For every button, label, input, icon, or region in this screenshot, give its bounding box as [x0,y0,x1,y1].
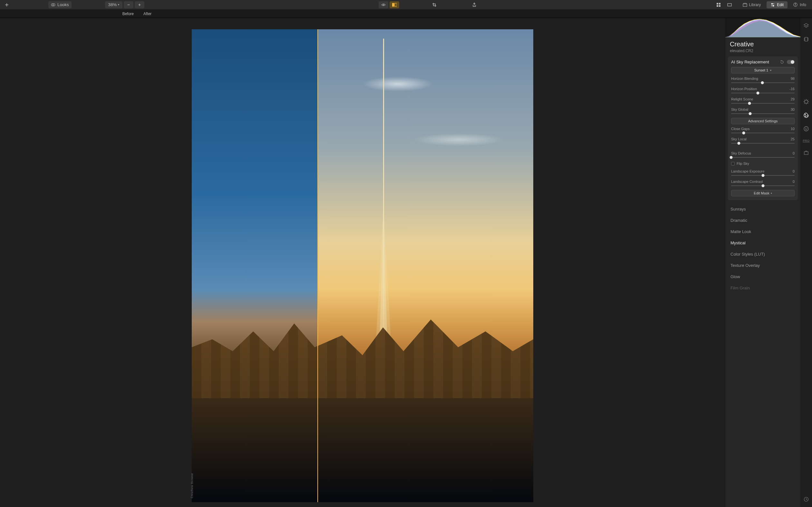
compare-toggle-button[interactable] [390,1,399,8]
zoom-level-button[interactable]: 38% ▾ [105,1,123,8]
filename: elevated.CR2 [725,49,800,56]
looks-button[interactable]: Looks [48,1,71,8]
edit-icon [770,3,775,7]
slider-label: Landscape Contrast [731,180,763,183]
slider-horizon-position: Horizon Position -16 [731,87,795,95]
sky-preset-dropdown[interactable]: Sunset 1 ▾ [731,67,795,73]
tab-edit[interactable]: Edit [767,1,788,8]
svg-point-40 [807,128,807,128]
slider-label: Sky Global [731,108,748,111]
edit-mask-label: Edit Mask [754,191,769,195]
zoom-label: 38% [108,2,117,7]
crop-button[interactable] [429,1,439,8]
svg-point-38 [804,126,808,131]
slider-label: Sky Local [731,137,747,141]
share-button[interactable] [469,1,479,8]
slider-landscape-exposure: Landscape Exposure 0 [731,169,795,177]
svg-point-36 [805,116,806,117]
slider-track[interactable] [731,184,795,187]
slider-landscape-contrast: Landscape Contrast 0 [731,180,795,187]
slider-track[interactable] [731,92,795,95]
tool-glow[interactable]: Glow [725,271,800,282]
svg-rect-8 [392,3,394,6]
canvas-icon[interactable] [803,36,809,43]
tool-matte-look[interactable]: Matte Look [725,226,800,237]
tool-toggle[interactable] [787,60,795,64]
slider-track[interactable] [731,102,795,105]
tab-info-label: Info [800,3,806,7]
grid-view-button[interactable] [714,1,723,8]
slider-value: 0 [793,180,795,183]
slider-sky-defocus: Sky Defocus 0 [731,151,795,159]
flip-sky-label: Flip Sky [737,162,749,165]
tool-header[interactable]: AI Sky Replacement [731,60,795,67]
slider-value: 0 [793,169,795,173]
add-button[interactable] [2,1,12,8]
grid-icon [716,3,721,7]
svg-point-37 [807,116,808,116]
edit-mask-button[interactable]: Edit Mask ▾ [731,190,795,196]
svg-rect-13 [719,5,720,7]
slider-value: 25 [791,137,795,141]
slider-track[interactable] [731,174,795,177]
tool-dramatic[interactable]: Dramatic [725,215,800,226]
compare-labels: Before After [0,10,812,18]
share-icon [472,3,476,7]
panel-scroll[interactable]: AI Sky Replacement Sunset 1 ▾ Hori [725,56,800,507]
tool-film-grain[interactable]: Film Grain [725,282,800,294]
svg-line-33 [804,103,805,103]
svg-point-18 [772,3,773,4]
plus-icon [4,3,9,7]
svg-rect-10 [717,3,718,4]
tab-info[interactable]: Info [790,1,810,8]
chevron-down-icon: ▾ [770,69,771,72]
slider-value: 98 [791,76,795,80]
essentials-icon[interactable] [803,99,809,105]
flip-sky-checkbox[interactable] [731,162,735,165]
tab-library[interactable]: Library [739,1,765,8]
svg-point-26 [805,100,808,103]
slider-track[interactable] [731,112,795,115]
slider-track[interactable] [731,142,795,145]
pro-badge[interactable]: PRO [803,139,809,142]
reset-icon[interactable] [780,60,784,64]
preview-toggle-button[interactable] [378,1,388,8]
tool-texture-overlay[interactable]: Texture Overlay [725,260,800,271]
slider-label: Horizon Position [731,87,757,91]
svg-line-34 [808,100,808,100]
slider-label: Close Gaps [731,127,750,131]
svg-line-32 [808,103,808,103]
slider-track[interactable] [731,156,795,159]
single-view-button[interactable] [725,1,734,8]
slider-track[interactable] [731,81,795,84]
flip-sky-row: Flip Sky [731,162,795,165]
zoom-out-button[interactable] [124,1,134,8]
slider-track[interactable] [731,131,795,134]
svg-rect-14 [727,4,731,6]
portrait-icon[interactable] [803,125,809,132]
workspace-icon[interactable] [803,149,809,156]
layers-icon[interactable] [803,22,809,29]
top-toolbar: Looks 38% ▾ [0,0,812,10]
creative-icon[interactable] [803,112,809,118]
compare-split-handle[interactable] [317,29,318,502]
before-label: Before [122,12,134,16]
history-icon[interactable] [803,496,809,503]
chevron-down-icon: ▾ [771,192,772,195]
slider-value: 29 [791,97,795,101]
slider-close-gaps: Close Gaps 10 [731,127,795,134]
svg-point-22 [795,4,796,4]
tool-sunrays[interactable]: Sunrays [725,204,800,215]
slider-label: Relight Scene [731,97,753,101]
zoom-in-button[interactable] [135,1,144,8]
histogram[interactable] [725,18,800,37]
image-viewer[interactable]: ©Mathew Browne [0,18,725,507]
svg-rect-9 [395,3,397,6]
tool-mystical[interactable]: Mystical [725,237,800,248]
tab-edit-label: Edit [777,3,783,7]
tool-color-styles[interactable]: Color Styles (LUT) [725,248,800,260]
advanced-settings-button[interactable]: Advanced Settings [731,118,795,124]
after-label: After [143,12,151,16]
slider-relight-scene: Relight Scene 29 [731,97,795,105]
advanced-label: Advanced Settings [748,119,778,123]
